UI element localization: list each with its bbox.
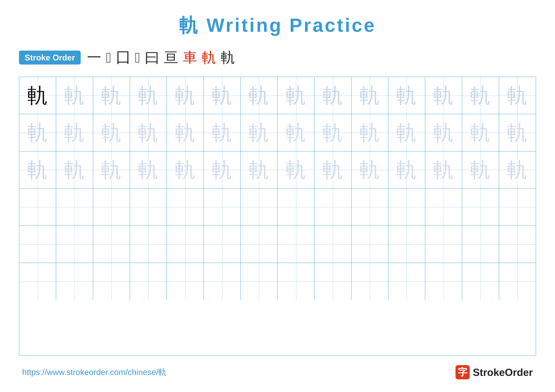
grid-cell[interactable]: 軌 <box>499 151 536 188</box>
grid-cell[interactable] <box>499 189 536 226</box>
grid-cell[interactable]: 軌 <box>19 151 56 188</box>
grid-cell[interactable] <box>93 189 130 226</box>
page: 軌 Writing Practice Stroke Order 一 𠃌 囗 𠮛 … <box>0 0 555 392</box>
grid-cell[interactable] <box>241 263 278 300</box>
practice-char: 軌 <box>433 122 454 143</box>
grid-cell[interactable] <box>93 226 130 263</box>
grid-cell[interactable] <box>130 226 167 263</box>
grid-cell[interactable]: 軌 <box>499 77 536 114</box>
grid-cell[interactable] <box>278 263 314 300</box>
grid-cell[interactable]: 軌 <box>56 151 93 188</box>
grid-cell[interactable] <box>425 226 462 263</box>
grid-cell[interactable] <box>388 189 425 226</box>
grid-cell[interactable] <box>130 263 167 300</box>
grid-cell[interactable] <box>56 226 93 263</box>
grid-cell[interactable] <box>19 263 56 300</box>
practice-char: 軌 <box>470 160 491 180</box>
grid-cell[interactable]: 軌 <box>93 114 130 151</box>
stroke-5: 曰 <box>145 48 159 67</box>
grid-cell[interactable] <box>351 263 388 300</box>
grid-cell[interactable] <box>167 226 204 263</box>
grid-cell[interactable]: 軌 <box>167 151 204 188</box>
grid-cell[interactable]: 軌 <box>388 151 425 188</box>
grid-cell[interactable]: 軌 <box>19 77 56 114</box>
grid-cell[interactable]: 軌 <box>204 77 241 114</box>
grid-cell[interactable] <box>462 263 499 300</box>
grid-cell[interactable] <box>425 189 462 226</box>
grid-cell[interactable]: 軌 <box>278 151 314 188</box>
practice-char: 軌 <box>507 122 528 143</box>
grid-cell[interactable] <box>388 226 425 263</box>
grid-cell[interactable]: 軌 <box>130 77 167 114</box>
grid-cell[interactable] <box>241 189 278 226</box>
grid-cell[interactable]: 軌 <box>56 114 93 151</box>
grid-cell[interactable] <box>167 263 204 300</box>
stroke-4: 𠮛 <box>135 50 140 66</box>
grid-cell[interactable]: 軌 <box>278 114 314 151</box>
grid-cell[interactable] <box>278 189 314 226</box>
grid-cell[interactable] <box>462 226 499 263</box>
grid-cell[interactable]: 軌 <box>167 77 204 114</box>
grid-row-1: 軌 軌 軌 軌 軌 軌 軌 軌 軌 軌 軌 軌 軌 軌 <box>19 77 536 114</box>
grid-cell[interactable] <box>314 263 351 300</box>
grid-cell[interactable]: 軌 <box>462 77 499 114</box>
grid-cell[interactable]: 軌 <box>204 151 241 188</box>
grid-cell[interactable]: 軌 <box>241 151 278 188</box>
grid-cell[interactable] <box>19 189 56 226</box>
practice-char: 軌 <box>249 85 269 106</box>
grid-cell[interactable] <box>314 226 351 263</box>
grid-cell[interactable] <box>167 189 204 226</box>
grid-cell[interactable]: 軌 <box>351 151 388 188</box>
grid-cell[interactable] <box>351 189 388 226</box>
grid-cell[interactable] <box>462 189 499 226</box>
grid-cell[interactable]: 軌 <box>388 114 425 151</box>
grid-cell[interactable] <box>130 189 167 226</box>
grid-cell[interactable] <box>204 226 241 263</box>
grid-cell[interactable]: 軌 <box>314 114 351 151</box>
grid-row-2: 軌 軌 軌 軌 軌 軌 軌 軌 軌 軌 軌 軌 軌 軌 <box>19 114 536 151</box>
grid-cell[interactable] <box>204 263 241 300</box>
grid-cell[interactable]: 軌 <box>130 114 167 151</box>
grid-cell[interactable] <box>241 226 278 263</box>
grid-cell[interactable]: 軌 <box>204 114 241 151</box>
practice-char: 軌 <box>64 122 85 143</box>
grid-cell[interactable]: 軌 <box>314 151 351 188</box>
grid-cell[interactable]: 軌 <box>167 114 204 151</box>
grid-cell[interactable]: 軌 <box>462 151 499 188</box>
grid-cell[interactable] <box>314 189 351 226</box>
grid-cell[interactable] <box>19 226 56 263</box>
grid-cell[interactable] <box>56 263 93 300</box>
grid-cell[interactable]: 軌 <box>93 77 130 114</box>
grid-cell[interactable] <box>499 263 536 300</box>
practice-char: 軌 <box>138 85 159 106</box>
grid-cell[interactable]: 軌 <box>499 114 536 151</box>
grid-cell[interactable] <box>204 189 241 226</box>
grid-cell[interactable]: 軌 <box>425 114 462 151</box>
grid-cell[interactable]: 軌 <box>425 77 462 114</box>
grid-cell[interactable] <box>499 226 536 263</box>
grid-cell[interactable] <box>56 189 93 226</box>
grid-cell[interactable]: 軌 <box>278 77 314 114</box>
grid-cell[interactable]: 軌 <box>314 77 351 114</box>
grid-cell[interactable]: 軌 <box>93 151 130 188</box>
grid-cell[interactable]: 軌 <box>351 114 388 151</box>
practice-char: 軌 <box>27 122 48 143</box>
grid-row-5 <box>19 226 536 263</box>
grid-cell[interactable] <box>351 226 388 263</box>
grid-cell[interactable]: 軌 <box>19 114 56 151</box>
grid-cell[interactable] <box>278 226 314 263</box>
stroke-9: 軌 <box>221 48 235 67</box>
grid-cell[interactable]: 軌 <box>425 151 462 188</box>
grid-cell[interactable]: 軌 <box>241 114 278 151</box>
grid-cell[interactable]: 軌 <box>462 114 499 151</box>
grid-cell[interactable] <box>93 263 130 300</box>
grid-cell[interactable] <box>425 263 462 300</box>
practice-char: 軌 <box>433 85 454 106</box>
grid-cell[interactable] <box>388 263 425 300</box>
practice-char: 軌 <box>470 122 491 143</box>
grid-cell[interactable]: 軌 <box>56 77 93 114</box>
grid-cell[interactable]: 軌 <box>388 77 425 114</box>
grid-cell[interactable]: 軌 <box>130 151 167 188</box>
grid-cell[interactable]: 軌 <box>351 77 388 114</box>
grid-cell[interactable]: 軌 <box>241 77 278 114</box>
